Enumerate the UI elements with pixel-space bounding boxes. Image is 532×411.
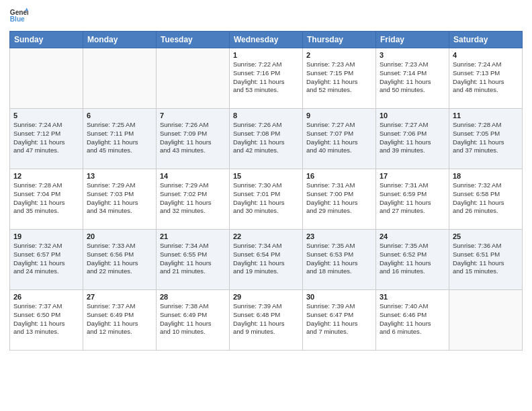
day-number: 13	[87, 172, 152, 180]
day-number: 28	[160, 293, 226, 301]
calendar-cell: 4Sunrise: 7:24 AM Sunset: 7:13 PM Daylig…	[449, 48, 523, 109]
calendar-cell: 10Sunrise: 7:27 AM Sunset: 7:06 PM Dayli…	[376, 109, 449, 169]
day-info: Sunrise: 7:28 AM Sunset: 7:05 PM Dayligh…	[453, 121, 519, 155]
day-info: Sunrise: 7:37 AM Sunset: 6:49 PM Dayligh…	[87, 302, 152, 336]
calendar-cell: 21Sunrise: 7:34 AM Sunset: 6:55 PM Dayli…	[157, 230, 230, 290]
day-info: Sunrise: 7:38 AM Sunset: 6:49 PM Dayligh…	[160, 302, 226, 336]
day-info: Sunrise: 7:29 AM Sunset: 7:02 PM Dayligh…	[160, 181, 226, 216]
calendar-cell: 22Sunrise: 7:34 AM Sunset: 6:54 PM Dayli…	[230, 230, 303, 290]
calendar-cell: 12Sunrise: 7:28 AM Sunset: 7:04 PM Dayli…	[10, 169, 83, 230]
day-number: 20	[87, 232, 152, 240]
day-info: Sunrise: 7:39 AM Sunset: 6:47 PM Dayligh…	[306, 302, 372, 336]
day-number: 23	[306, 232, 372, 240]
day-number: 29	[233, 293, 299, 301]
day-info: Sunrise: 7:35 AM Sunset: 6:52 PM Dayligh…	[380, 242, 445, 276]
calendar-cell: 1Sunrise: 7:22 AM Sunset: 7:16 PM Daylig…	[230, 48, 303, 109]
calendar-cell: 6Sunrise: 7:25 AM Sunset: 7:11 PM Daylig…	[83, 109, 157, 169]
day-number: 15	[233, 172, 299, 180]
day-of-week-header: Tuesday	[157, 32, 230, 48]
calendar-cell: 9Sunrise: 7:27 AM Sunset: 7:07 PM Daylig…	[303, 109, 376, 169]
day-of-week-header: Friday	[376, 32, 449, 48]
day-info: Sunrise: 7:27 AM Sunset: 7:06 PM Dayligh…	[380, 121, 445, 155]
calendar-table: SundayMondayTuesdayWednesdayThursdayFrid…	[9, 31, 523, 351]
day-number: 3	[380, 51, 445, 59]
calendar-week-row: 5Sunrise: 7:24 AM Sunset: 7:12 PM Daylig…	[10, 109, 523, 169]
calendar-week-row: 12Sunrise: 7:28 AM Sunset: 7:04 PM Dayli…	[10, 169, 523, 230]
day-of-week-header: Saturday	[449, 32, 523, 48]
calendar-cell: 3Sunrise: 7:23 AM Sunset: 7:14 PM Daylig…	[376, 48, 449, 109]
day-number: 16	[306, 172, 372, 180]
calendar-cell: 29Sunrise: 7:39 AM Sunset: 6:48 PM Dayli…	[230, 290, 303, 351]
calendar-cell: 11Sunrise: 7:28 AM Sunset: 7:05 PM Dayli…	[449, 109, 523, 169]
calendar-cell: 8Sunrise: 7:26 AM Sunset: 7:08 PM Daylig…	[230, 109, 303, 169]
day-number: 27	[87, 293, 152, 301]
day-number: 21	[160, 232, 226, 240]
day-info: Sunrise: 7:28 AM Sunset: 7:04 PM Dayligh…	[13, 181, 79, 216]
day-number: 8	[233, 111, 299, 120]
day-info: Sunrise: 7:22 AM Sunset: 7:16 PM Dayligh…	[233, 60, 299, 95]
day-info: Sunrise: 7:29 AM Sunset: 7:03 PM Dayligh…	[87, 181, 152, 216]
logo-icon: General Blue	[9, 7, 28, 26]
day-info: Sunrise: 7:24 AM Sunset: 7:13 PM Dayligh…	[453, 60, 519, 95]
page: General Blue SundayMondayTuesdayWednesda…	[0, 0, 532, 411]
day-info: Sunrise: 7:34 AM Sunset: 6:54 PM Dayligh…	[233, 242, 299, 276]
calendar-cell: 2Sunrise: 7:23 AM Sunset: 7:15 PM Daylig…	[303, 48, 376, 109]
day-info: Sunrise: 7:35 AM Sunset: 6:53 PM Dayligh…	[306, 242, 372, 276]
day-info: Sunrise: 7:33 AM Sunset: 6:56 PM Dayligh…	[87, 242, 152, 276]
day-number: 25	[453, 232, 519, 240]
day-info: Sunrise: 7:25 AM Sunset: 7:11 PM Dayligh…	[87, 121, 152, 155]
day-number: 12	[13, 172, 79, 180]
day-number: 11	[453, 111, 519, 120]
day-info: Sunrise: 7:23 AM Sunset: 7:14 PM Dayligh…	[380, 60, 445, 95]
day-info: Sunrise: 7:36 AM Sunset: 6:51 PM Dayligh…	[453, 242, 519, 276]
calendar-cell: 15Sunrise: 7:30 AM Sunset: 7:01 PM Dayli…	[230, 169, 303, 230]
day-info: Sunrise: 7:39 AM Sunset: 6:48 PM Dayligh…	[233, 302, 299, 336]
day-number: 1	[233, 51, 299, 59]
day-number: 4	[453, 51, 519, 59]
day-info: Sunrise: 7:32 AM Sunset: 6:57 PM Dayligh…	[13, 242, 79, 276]
calendar-cell: 17Sunrise: 7:31 AM Sunset: 6:59 PM Dayli…	[376, 169, 449, 230]
calendar-week-row: 19Sunrise: 7:32 AM Sunset: 6:57 PM Dayli…	[10, 230, 523, 290]
day-info: Sunrise: 7:40 AM Sunset: 6:46 PM Dayligh…	[380, 302, 445, 336]
day-info: Sunrise: 7:37 AM Sunset: 6:50 PM Dayligh…	[13, 302, 79, 336]
day-number: 24	[380, 232, 445, 240]
calendar-cell: 5Sunrise: 7:24 AM Sunset: 7:12 PM Daylig…	[10, 109, 83, 169]
day-info: Sunrise: 7:27 AM Sunset: 7:07 PM Dayligh…	[306, 121, 372, 155]
calendar-cell: 16Sunrise: 7:31 AM Sunset: 7:00 PM Dayli…	[303, 169, 376, 230]
calendar-cell: 27Sunrise: 7:37 AM Sunset: 6:49 PM Dayli…	[83, 290, 157, 351]
day-number: 31	[380, 293, 445, 301]
calendar-cell: 18Sunrise: 7:32 AM Sunset: 6:58 PM Dayli…	[449, 169, 523, 230]
day-number: 6	[87, 111, 152, 120]
day-of-week-header: Wednesday	[230, 32, 303, 48]
day-info: Sunrise: 7:30 AM Sunset: 7:01 PM Dayligh…	[233, 181, 299, 216]
calendar-cell: 31Sunrise: 7:40 AM Sunset: 6:46 PM Dayli…	[376, 290, 449, 351]
day-info: Sunrise: 7:34 AM Sunset: 6:55 PM Dayligh…	[160, 242, 226, 276]
calendar-cell: 20Sunrise: 7:33 AM Sunset: 6:56 PM Dayli…	[83, 230, 157, 290]
day-of-week-header: Thursday	[303, 32, 376, 48]
day-number: 14	[160, 172, 226, 180]
calendar-cell: 24Sunrise: 7:35 AM Sunset: 6:52 PM Dayli…	[376, 230, 449, 290]
calendar-cell	[157, 48, 230, 109]
calendar-cell: 23Sunrise: 7:35 AM Sunset: 6:53 PM Dayli…	[303, 230, 376, 290]
day-number: 19	[13, 232, 79, 240]
calendar-cell: 30Sunrise: 7:39 AM Sunset: 6:47 PM Dayli…	[303, 290, 376, 351]
day-number: 17	[380, 172, 445, 180]
logo: General Blue	[9, 7, 28, 26]
day-info: Sunrise: 7:26 AM Sunset: 7:08 PM Dayligh…	[233, 121, 299, 155]
svg-text:Blue: Blue	[10, 15, 25, 23]
day-of-week-header: Monday	[83, 32, 157, 48]
day-number: 10	[380, 111, 445, 120]
day-number: 5	[13, 111, 79, 120]
day-info: Sunrise: 7:31 AM Sunset: 6:59 PM Dayligh…	[380, 181, 445, 216]
calendar-cell: 14Sunrise: 7:29 AM Sunset: 7:02 PM Dayli…	[157, 169, 230, 230]
day-info: Sunrise: 7:32 AM Sunset: 6:58 PM Dayligh…	[453, 181, 519, 216]
day-info: Sunrise: 7:31 AM Sunset: 7:00 PM Dayligh…	[306, 181, 372, 216]
calendar-cell: 7Sunrise: 7:26 AM Sunset: 7:09 PM Daylig…	[157, 109, 230, 169]
day-number: 2	[306, 51, 372, 59]
day-number: 22	[233, 232, 299, 240]
day-number: 26	[13, 293, 79, 301]
day-info: Sunrise: 7:26 AM Sunset: 7:09 PM Dayligh…	[160, 121, 226, 155]
calendar-cell	[83, 48, 157, 109]
day-of-week-header: Sunday	[10, 32, 83, 48]
day-number: 7	[160, 111, 226, 120]
